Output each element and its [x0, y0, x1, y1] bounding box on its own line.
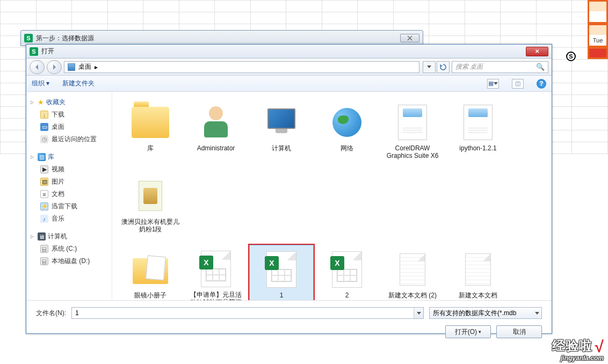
step-close-button[interactable] — [400, 34, 419, 42]
computer-label: 计算机 — [48, 232, 67, 241]
refresh-button[interactable] — [437, 61, 450, 73]
help-button[interactable]: ? — [537, 79, 546, 89]
file-thumb — [457, 101, 499, 143]
sidebar-item-library[interactable]: ▷ ▥ 库 — [30, 151, 108, 163]
sidebar-item-documents[interactable]: ≡ 文档 — [30, 188, 108, 200]
file-item[interactable]: 澳洲贝拉米有机婴儿奶粉1段 — [118, 171, 183, 244]
sidebar-item-label: 系统 (C:) — [52, 244, 77, 253]
path-arrow-icon[interactable]: ▸ — [95, 63, 98, 71]
sidebar-item-videos[interactable]: ▶ 视频 — [30, 163, 108, 176]
calendar-day — [588, 0, 608, 24]
watermark: 经验啦 √ jingyanla.com — [552, 336, 604, 362]
sidebar-item-pictures[interactable]: ▧ 图片 — [30, 176, 108, 188]
library-label: 库 — [48, 152, 54, 162]
close-button[interactable]: ✕ — [526, 47, 548, 56]
watermark-text: 经验啦 — [552, 337, 592, 354]
sidebar-item-label: 文档 — [52, 190, 64, 199]
file-name: 新建文本文档 — [459, 292, 497, 299]
file-item[interactable]: 计算机 — [249, 98, 314, 170]
back-button[interactable] — [30, 60, 45, 74]
check-icon: √ — [595, 338, 604, 356]
bottom-panel: 文件名(N): 1 所有支持的数据库文件(*.mdb 打开(O) ▾ 取消 — [26, 300, 552, 351]
file-item[interactable]: X1 — [249, 245, 314, 300]
recent-icon: ◷ — [40, 135, 48, 143]
open-button[interactable]: 打开(O) ▾ — [445, 325, 491, 338]
filename-value: 1 — [75, 309, 79, 317]
search-icon[interactable]: 🔍 — [536, 63, 545, 71]
expand-icon: ▷ — [31, 155, 35, 159]
file-item[interactable]: 新建文本文档 (2) — [380, 245, 445, 300]
star-icon: ★ — [38, 98, 44, 106]
file-item[interactable]: 新建文本文档 — [446, 245, 510, 300]
filetype-filter[interactable]: 所有支持的数据库文件(*.mdb — [429, 307, 542, 319]
sidebar-item-music[interactable]: ♪ 音乐 — [30, 213, 108, 225]
file-thumb — [457, 249, 499, 290]
file-thumb — [129, 249, 171, 290]
view-mode-button[interactable]: ▦ — [487, 79, 499, 89]
file-item[interactable]: 眼镜小册子 — [118, 245, 183, 300]
filename-input[interactable]: 1 — [71, 307, 424, 319]
sidebar-item-label: 迅雷下载 — [52, 202, 77, 211]
expand-icon: ▷ — [31, 100, 35, 105]
sidebar-item-downloads[interactable]: ↓ 下载 — [30, 108, 108, 121]
expand-icon: ▷ — [31, 234, 35, 239]
file-name: 网络 — [341, 144, 353, 152]
file-thumb: X — [260, 249, 302, 290]
sidebar-item-label: 视频 — [52, 165, 64, 174]
sidebar-item-desktop[interactable]: ▭ 桌面 — [30, 121, 108, 133]
sidebar-item-computer[interactable]: ▷ 🖥 计算机 — [30, 230, 108, 243]
download-icon: ↓ — [40, 111, 48, 119]
sidebar-item-drive-d[interactable]: ⌸ 本地磁盘 (D:) — [30, 255, 108, 267]
sidebar: ▷ ★ 收藏夹 ↓ 下载 ▭ 桌面 ◷ 最近访问的位置 — [26, 92, 112, 300]
file-item[interactable]: X2 — [315, 245, 379, 300]
filename-dropdown[interactable] — [414, 308, 423, 318]
path-dropdown-button[interactable] — [423, 61, 436, 73]
sidebar-library: ▷ ▥ 库 ▶ 视频 ▧ 图片 ≡ 文档 ⚡ 迅雷下载 — [30, 151, 108, 225]
cancel-button[interactable]: 取消 — [496, 325, 542, 338]
file-name: ipython-1.2.1 — [459, 144, 496, 152]
wps-app-icon: S — [30, 47, 38, 56]
nav-row: 桌面 ▸ 搜索 桌面 🔍 — [26, 59, 552, 76]
file-name: 【申请单】元旦活动%28陕西品萃酒业%29%282018.1.... — [186, 291, 245, 300]
file-item[interactable]: ipython-1.2.1 — [446, 98, 510, 170]
file-grid[interactable]: 库Administrator计算机网络CorelDRAW Graphics Su… — [112, 92, 552, 300]
calendar-day: Tue — [588, 24, 608, 47]
sidebar-item-drive-c[interactable]: ⌸ 系统 (C:) — [30, 243, 108, 255]
file-thumb: X — [326, 249, 368, 290]
desktop-icon: ▭ — [40, 123, 48, 131]
file-name: Administrator — [197, 144, 235, 152]
open-button-label: 打开(O) — [455, 327, 477, 337]
file-item[interactable]: 库 — [118, 98, 183, 170]
organize-button[interactable]: 组织 ▾ — [32, 79, 49, 88]
file-thumb — [260, 101, 302, 143]
breadcrumb-path[interactable]: 桌面 ▸ — [64, 61, 419, 73]
drive-icon: ⌸ — [40, 257, 48, 265]
desktop-widget-calendar: Tue S — [588, 0, 608, 59]
sidebar-item-thunder[interactable]: ⚡ 迅雷下载 — [30, 200, 108, 213]
toolbar: 组织 ▾ 新建文件夹 ▦ ◫ ? — [26, 76, 552, 92]
file-item[interactable]: 网络 — [315, 98, 379, 170]
preview-pane-button[interactable]: ◫ — [512, 79, 524, 89]
path-segment[interactable]: 桌面 — [78, 62, 91, 71]
picture-icon: ▧ — [40, 178, 48, 186]
dialog-titlebar[interactable]: S 打开 ✕ — [26, 45, 552, 59]
file-name: CorelDRAW Graphics Suite X6 — [383, 144, 442, 160]
search-input[interactable]: 搜索 桌面 🔍 — [452, 61, 548, 73]
forward-button[interactable] — [47, 60, 62, 74]
sidebar-item-label: 桌面 — [52, 122, 64, 132]
sidebar-item-label: 本地磁盘 (D:) — [52, 257, 90, 266]
document-icon: ≡ — [40, 190, 48, 198]
open-file-dialog: S 打开 ✕ 桌面 ▸ 搜索 桌面 🔍 组织 ▾ 新建文件夹 ▦ — [26, 44, 552, 334]
chevron-down-icon — [417, 312, 421, 315]
file-item[interactable]: Administrator — [184, 98, 248, 170]
sidebar-item-recent[interactable]: ◷ 最近访问的位置 — [30, 133, 108, 145]
new-folder-button[interactable]: 新建文件夹 — [62, 79, 95, 88]
chevron-down-icon — [494, 82, 498, 85]
sidebar-item-favorites[interactable]: ▷ ★ 收藏夹 — [30, 96, 108, 108]
file-name: 眼镜小册子 — [134, 292, 167, 299]
computer-icon: 🖥 — [38, 232, 46, 241]
file-item[interactable]: X【申请单】元旦活动%28陕西品萃酒业%29%282018.1.... — [184, 245, 248, 300]
file-item[interactable]: CorelDRAW Graphics Suite X6 — [380, 98, 445, 170]
sidebar-favorites: ▷ ★ 收藏夹 ↓ 下载 ▭ 桌面 ◷ 最近访问的位置 — [30, 96, 108, 145]
file-name: 2 — [345, 292, 349, 299]
